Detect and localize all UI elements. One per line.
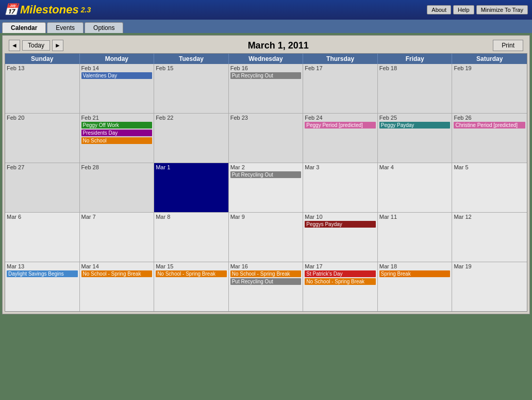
event-0-3-0[interactable]: Put Recycling Out xyxy=(230,72,302,79)
day-cell-3-1[interactable]: Mar 7 xyxy=(80,213,155,262)
day-number: Mar 5 xyxy=(454,164,525,170)
event-4-2-0[interactable]: No School - Spring Break xyxy=(156,270,227,277)
day-cell-4-6[interactable]: Mar 19 xyxy=(452,262,527,311)
title-bar: 📅 Milestones 2.3 About Help Minimize To … xyxy=(0,0,532,20)
event-2-3-0[interactable]: Put Recycling Out xyxy=(230,171,302,178)
event-1-1-0[interactable]: Peggy Off Work xyxy=(81,122,153,129)
day-cell-0-3[interactable]: Feb 16Put Recycling Out xyxy=(229,64,304,113)
day-number: Feb 20 xyxy=(7,115,78,121)
day-number: Feb 22 xyxy=(156,115,227,121)
day-cell-2-6[interactable]: Mar 5 xyxy=(452,163,527,212)
day-number: Feb 24 xyxy=(305,115,376,121)
month-title: March 1, 2011 xyxy=(248,40,309,51)
event-1-6-0[interactable]: Christine Period [predicted] xyxy=(454,122,525,129)
day-number: Feb 18 xyxy=(379,65,451,71)
day-number: Feb 15 xyxy=(156,65,227,71)
day-cell-2-0[interactable]: Feb 27 xyxy=(5,163,80,212)
day-cell-3-6[interactable]: Mar 12 xyxy=(452,213,527,262)
today-button[interactable]: Today xyxy=(22,40,50,51)
day-number: Mar 15 xyxy=(156,263,227,269)
event-4-4-1[interactable]: No School - Spring Break xyxy=(305,278,376,285)
week-row-0: Feb 13Feb 14Valentines DayFeb 15Feb 16Pu… xyxy=(5,64,527,114)
about-button[interactable]: About xyxy=(427,5,451,14)
event-4-3-1[interactable]: Put Recycling Out xyxy=(230,278,302,285)
event-4-1-0[interactable]: No School - Spring Break xyxy=(81,270,153,277)
day-number: Feb 17 xyxy=(305,65,376,71)
header-tuesday: Tuesday xyxy=(154,54,229,64)
day-number: Feb 14 xyxy=(81,65,153,71)
print-button[interactable]: Print xyxy=(493,40,523,51)
minimize-to-tray-button[interactable]: Minimize To Tray xyxy=(476,5,528,14)
day-cell-2-2[interactable]: Mar 1 xyxy=(154,163,229,212)
day-cell-4-0[interactable]: Mar 13Daylight Savings Begins xyxy=(5,262,80,311)
week-row-3: Mar 6Mar 7Mar 8Mar 9Mar 10Peggys PaydayM… xyxy=(5,213,527,262)
event-1-5-0[interactable]: Peggy Payday xyxy=(379,122,451,129)
day-cell-3-0[interactable]: Mar 6 xyxy=(5,213,80,262)
day-cell-4-3[interactable]: Mar 16No School - Spring BreakPut Recycl… xyxy=(229,262,304,311)
day-cell-2-4[interactable]: Mar 3 xyxy=(303,163,378,212)
next-month-button[interactable]: ► xyxy=(52,40,63,51)
event-4-4-0[interactable]: St Patrick's Day xyxy=(305,270,376,277)
day-cell-0-5[interactable]: Feb 18 xyxy=(378,64,453,113)
day-number: Feb 25 xyxy=(379,115,451,121)
event-4-5-0[interactable]: Spring Break xyxy=(379,270,451,277)
day-number: Mar 16 xyxy=(230,263,302,269)
app-version: 2.3 xyxy=(81,6,91,14)
day-number: Mar 19 xyxy=(454,263,525,269)
day-number: Mar 3 xyxy=(305,164,376,170)
day-cell-4-4[interactable]: Mar 17St Patrick's DayNo School - Spring… xyxy=(303,262,378,311)
day-cell-4-5[interactable]: Mar 18Spring Break xyxy=(378,262,453,311)
event-3-4-0[interactable]: Peggys Payday xyxy=(305,221,376,228)
day-cell-0-1[interactable]: Feb 14Valentines Day xyxy=(80,64,155,113)
day-cell-0-0[interactable]: Feb 13 xyxy=(5,64,80,113)
day-number: Feb 23 xyxy=(230,115,302,121)
day-number: Mar 11 xyxy=(379,214,451,220)
title-buttons: About Help Minimize To Tray xyxy=(427,5,528,14)
day-cell-1-2[interactable]: Feb 22 xyxy=(154,114,229,163)
day-number: Feb 19 xyxy=(454,65,525,71)
app-name: Milestones xyxy=(20,3,79,17)
day-number: Mar 8 xyxy=(156,214,227,220)
day-cell-3-3[interactable]: Mar 9 xyxy=(229,213,304,262)
event-1-1-1[interactable]: Presidents Day xyxy=(81,130,153,136)
calendar-container: ◄ Today ► March 1, 2011 Print Sunday Mon… xyxy=(2,35,530,314)
day-cell-2-1[interactable]: Feb 28 xyxy=(80,163,155,212)
day-cell-2-5[interactable]: Mar 4 xyxy=(378,163,453,212)
event-0-1-0[interactable]: Valentines Day xyxy=(81,72,153,79)
day-number: Mar 7 xyxy=(81,214,153,220)
header-thursday: Thursday xyxy=(303,54,378,64)
tab-options[interactable]: Options xyxy=(85,22,123,33)
prev-month-button[interactable]: ◄ xyxy=(9,40,20,51)
calendar-weeks: Feb 13Feb 14Valentines DayFeb 15Feb 16Pu… xyxy=(5,64,527,311)
calendar-grid: Sunday Monday Tuesday Wednesday Thursday… xyxy=(5,53,527,312)
week-row-2: Feb 27Feb 28Mar 1Mar 2Put Recycling OutM… xyxy=(5,163,527,213)
day-cell-2-3[interactable]: Mar 2Put Recycling Out xyxy=(229,163,304,212)
day-cell-3-2[interactable]: Mar 8 xyxy=(154,213,229,262)
day-cell-1-5[interactable]: Feb 25Peggy Payday xyxy=(378,114,453,163)
help-button[interactable]: Help xyxy=(453,5,474,14)
day-cell-1-0[interactable]: Feb 20 xyxy=(5,114,80,163)
day-cell-0-4[interactable]: Feb 17 xyxy=(303,64,378,113)
day-cell-1-1[interactable]: Feb 21Peggy Off WorkPresidents DayNo Sch… xyxy=(80,114,155,163)
nav-left: ◄ Today ► xyxy=(9,40,63,51)
nav-bar: ◄ Today ► March 1, 2011 Print xyxy=(5,38,527,53)
app-title: 📅 Milestones 2.3 xyxy=(4,3,91,17)
event-1-4-0[interactable]: Peggy Period [predicted] xyxy=(305,122,376,129)
event-4-0-0[interactable]: Daylight Savings Begins xyxy=(7,270,78,277)
day-cell-0-6[interactable]: Feb 19 xyxy=(452,64,527,113)
event-1-1-2[interactable]: No School xyxy=(81,137,153,144)
day-cell-4-2[interactable]: Mar 15No School - Spring Break xyxy=(154,262,229,311)
day-cell-3-5[interactable]: Mar 11 xyxy=(378,213,453,262)
day-number: Mar 14 xyxy=(81,263,153,269)
day-cell-0-2[interactable]: Feb 15 xyxy=(154,64,229,113)
tab-events[interactable]: Events xyxy=(47,22,84,33)
day-cell-1-3[interactable]: Feb 23 xyxy=(229,114,304,163)
day-number: Mar 13 xyxy=(7,263,78,269)
day-cell-3-4[interactable]: Mar 10Peggys Payday xyxy=(303,213,378,262)
day-cell-1-6[interactable]: Feb 26Christine Period [predicted] xyxy=(452,114,527,163)
event-4-3-0[interactable]: No School - Spring Break xyxy=(230,270,302,277)
day-cell-1-4[interactable]: Feb 24Peggy Period [predicted] xyxy=(303,114,378,163)
day-number: Mar 17 xyxy=(305,263,376,269)
day-cell-4-1[interactable]: Mar 14No School - Spring Break xyxy=(80,262,155,311)
tab-calendar[interactable]: Calendar xyxy=(2,22,46,33)
